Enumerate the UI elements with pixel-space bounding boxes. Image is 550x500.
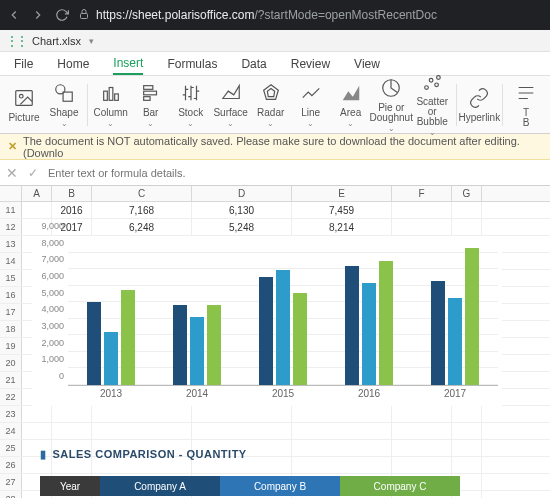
cell-G12[interactable] <box>452 219 482 235</box>
select-all-cell[interactable] <box>0 186 22 201</box>
row-header-22[interactable]: 22 <box>0 389 22 405</box>
bar[interactable] <box>448 298 462 385</box>
cell-B23[interactable] <box>52 406 92 422</box>
col-header-G[interactable]: G <box>452 186 482 201</box>
ribbon-bar[interactable]: Bar⌄ <box>131 77 171 133</box>
row-header-17[interactable]: 17 <box>0 304 22 320</box>
formula-cancel-icon[interactable]: ✕ <box>6 165 18 181</box>
bar[interactable] <box>190 317 204 385</box>
bar[interactable] <box>259 277 273 385</box>
cell-F25[interactable] <box>392 440 452 456</box>
row-header-19[interactable]: 19 <box>0 338 22 354</box>
col-header-F[interactable]: F <box>392 186 452 201</box>
cell-C23[interactable] <box>92 406 192 422</box>
row-header-18[interactable]: 18 <box>0 321 22 337</box>
formula-accept-icon[interactable]: ✓ <box>28 166 38 180</box>
row-header-21[interactable]: 21 <box>0 372 22 388</box>
menu-file[interactable]: File <box>14 54 33 74</box>
bar[interactable] <box>104 332 118 385</box>
col-header-E[interactable]: E <box>292 186 392 201</box>
cell-D23[interactable] <box>192 406 292 422</box>
cell-E24[interactable] <box>292 423 392 439</box>
cell-D12[interactable]: 5,248 <box>192 219 292 235</box>
address-bar[interactable]: https://sheet.polarisoffice.com/?startMo… <box>78 8 544 23</box>
cell-E23[interactable] <box>292 406 392 422</box>
row-header-11[interactable]: 11 <box>0 202 22 218</box>
ribbon-pie-or-doughnut[interactable]: Pie orDoughnut⌄ <box>371 77 412 133</box>
formula-input[interactable] <box>48 167 544 179</box>
cell-E26[interactable] <box>292 457 392 473</box>
cell-F11[interactable] <box>392 202 452 218</box>
back-icon[interactable] <box>6 7 22 23</box>
chart[interactable]: 01,0002,0003,0004,0005,0006,0007,0008,00… <box>32 236 502 406</box>
row-header-20[interactable]: 20 <box>0 355 22 371</box>
bar[interactable] <box>276 270 290 385</box>
menu-review[interactable]: Review <box>291 54 330 74</box>
cell-E12[interactable]: 8,214 <box>292 219 392 235</box>
ribbon-line[interactable]: Line⌄ <box>291 77 331 133</box>
reload-icon[interactable] <box>54 7 70 23</box>
bar[interactable] <box>293 293 307 385</box>
ribbon-picture[interactable]: Picture <box>4 77 44 133</box>
row-header-15[interactable]: 15 <box>0 270 22 286</box>
title-dropdown-icon[interactable]: ▾ <box>89 36 94 46</box>
cell-G11[interactable] <box>452 202 482 218</box>
col-header-D[interactable]: D <box>192 186 292 201</box>
cell-B11[interactable]: 2016 <box>52 202 92 218</box>
cell-F26[interactable] <box>392 457 452 473</box>
row-header-23[interactable]: 23 <box>0 406 22 422</box>
ribbon-radar[interactable]: Radar⌄ <box>251 77 291 133</box>
cell-G24[interactable] <box>452 423 482 439</box>
bar[interactable] <box>207 305 221 385</box>
row-header-26[interactable]: 26 <box>0 457 22 473</box>
cell-A11[interactable] <box>22 202 52 218</box>
row-header-27[interactable]: 27 <box>0 474 22 490</box>
ribbon-area[interactable]: Area⌄ <box>331 77 371 133</box>
ribbon-surface[interactable]: Surface⌄ <box>211 77 251 133</box>
col-header-B[interactable]: B <box>52 186 92 201</box>
ribbon-scatter-or-bubble[interactable]: Scatteror Bubble⌄ <box>412 77 453 133</box>
row-header-16[interactable]: 16 <box>0 287 22 303</box>
bar[interactable] <box>431 281 445 385</box>
ribbon-stock[interactable]: Stock⌄ <box>171 77 211 133</box>
bar[interactable] <box>465 248 479 385</box>
bar[interactable] <box>362 283 376 385</box>
menu-view[interactable]: View <box>354 54 380 74</box>
cell-C12[interactable]: 6,248 <box>92 219 192 235</box>
cell-C11[interactable]: 7,168 <box>92 202 192 218</box>
cell-G25[interactable] <box>452 440 482 456</box>
forward-icon[interactable] <box>30 7 46 23</box>
bar[interactable] <box>87 302 101 385</box>
ribbon-column[interactable]: Column⌄ <box>91 77 131 133</box>
menu-data[interactable]: Data <box>241 54 266 74</box>
cell-F24[interactable] <box>392 423 452 439</box>
cell-B24[interactable] <box>52 423 92 439</box>
cell-G23[interactable] <box>452 406 482 422</box>
cell-A23[interactable] <box>22 406 52 422</box>
row-header-28[interactable]: 28 <box>0 491 22 498</box>
bar[interactable] <box>121 290 135 385</box>
row-header-14[interactable]: 14 <box>0 253 22 269</box>
col-header-C[interactable]: C <box>92 186 192 201</box>
menu-home[interactable]: Home <box>57 54 89 74</box>
ribbon-t-b[interactable]: TB <box>506 77 546 133</box>
cell-E11[interactable]: 7,459 <box>292 202 392 218</box>
cell-D24[interactable] <box>192 423 292 439</box>
cell-D11[interactable]: 6,130 <box>192 202 292 218</box>
bar[interactable] <box>345 266 359 385</box>
cell-E25[interactable] <box>292 440 392 456</box>
cell-F23[interactable] <box>392 406 452 422</box>
ribbon-hyperlink[interactable]: Hyperlink <box>459 77 499 133</box>
cell-G26[interactable] <box>452 457 482 473</box>
row-header-24[interactable]: 24 <box>0 423 22 439</box>
warning-close-icon[interactable]: ✕ <box>8 140 17 153</box>
bar[interactable] <box>379 261 393 385</box>
row-header-13[interactable]: 13 <box>0 236 22 252</box>
row-header-12[interactable]: 12 <box>0 219 22 235</box>
cell-C24[interactable] <box>92 423 192 439</box>
ribbon-shape[interactable]: Shape⌄ <box>44 77 84 133</box>
cell-A24[interactable] <box>22 423 52 439</box>
menu-formulas[interactable]: Formulas <box>167 54 217 74</box>
row-header-25[interactable]: 25 <box>0 440 22 456</box>
cell-F12[interactable] <box>392 219 452 235</box>
